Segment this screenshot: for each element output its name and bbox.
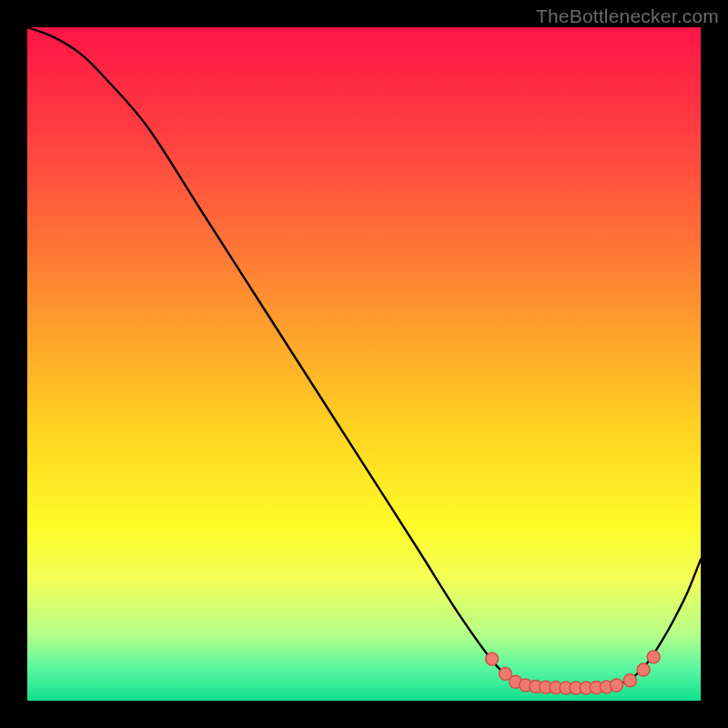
data-marker	[623, 674, 636, 687]
chart-plot	[27, 27, 701, 701]
chart-frame: TheBottlenecker.com	[0, 0, 728, 728]
data-marker	[486, 652, 499, 665]
gradient-background	[27, 27, 701, 701]
data-marker	[637, 663, 650, 676]
data-marker	[611, 679, 623, 692]
attribution-text: TheBottlenecker.com	[536, 5, 719, 27]
data-marker	[647, 651, 660, 663]
